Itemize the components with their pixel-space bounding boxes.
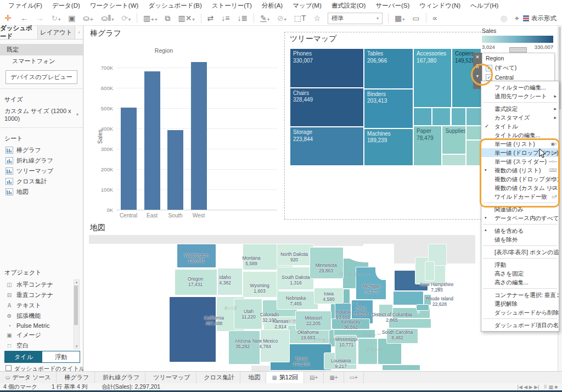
context-menu-item[interactable]: ✓ タイトル ▸ [481, 122, 559, 131]
context-menu-item[interactable]: 値を除外 ▸ [481, 235, 559, 244]
card-drag-handle[interactable] [509, 47, 527, 53]
float-button[interactable]: 浮動 [42, 351, 80, 362]
context-menu-item[interactable]: ワイルドカード一致 ▭* ▸ [481, 192, 559, 201]
sheet-tab[interactable]: 地図 [240, 372, 266, 383]
new-datasource-icon[interactable]: ⛀₊ [80, 14, 98, 23]
treemap-cell[interactable]: Binders 203,413 [364, 89, 413, 128]
context-menu-item[interactable]: 書式設定 ▸ [481, 104, 559, 113]
map-state[interactable] [382, 365, 420, 371]
sheet-list-item[interactable]: ✓ ツリーマップ [0, 166, 83, 176]
context-menu-item[interactable]: ▸ [481, 201, 559, 205]
sheet-list-item[interactable]: ✓ 折れ線グラフ [0, 155, 83, 166]
forward-icon[interactable]: → [32, 14, 48, 23]
checkbox-icon[interactable]: ✓ [486, 65, 492, 71]
highlight-icon[interactable]: ✎▾ [256, 14, 273, 23]
close-icon[interactable]: ✕ [473, 53, 482, 62]
context-menu-item[interactable]: 適用先ワークシート ▸ [481, 92, 559, 100]
object-item[interactable]: ▣ イメージ [0, 330, 71, 340]
map-state[interactable] [417, 311, 420, 313]
context-menu-item[interactable]: タイトルの編集... ▸ [481, 131, 559, 139]
treemap-cell[interactable]: Paper 78,479 [413, 126, 442, 166]
new-sheet-button[interactable]: ▤+ [304, 372, 324, 383]
treemap-cell[interactable]: Chairs 328,449 [290, 88, 364, 127]
sheet-list-item[interactable]: ✓ 棒グラフ [0, 145, 83, 155]
context-menu-item[interactable]: • 値を含める ▸ [481, 226, 559, 235]
context-menu-item[interactable]: ダッシュボード項目の名前変更... ▸ [481, 321, 559, 329]
menu-item[interactable]: ストーリー(T) [207, 1, 257, 11]
context-menu-item[interactable]: 高さを固定 ▸ [481, 269, 559, 278]
back-icon[interactable]: ← [17, 14, 32, 23]
menu-item[interactable]: サーバー(S) [370, 1, 414, 11]
objects-scrollbar[interactable]: ▲ ▼ [74, 279, 80, 349]
device-phone[interactable]: スマートフォン [0, 55, 83, 67]
context-menu-item[interactable]: [表示/非表示] ボタンの追加 ▸ [481, 248, 559, 256]
fix-axes-icon[interactable]: ☆ [310, 14, 325, 23]
object-item[interactable]: ◫ 水平コンテナ [0, 279, 71, 290]
treemap-cell[interactable]: Storage 223,844 [290, 127, 364, 166]
treemap-cell[interactable] [413, 108, 432, 126]
context-menu-item[interactable]: ダッシュボードから削除 ▸ [481, 308, 559, 317]
map-state[interactable] [169, 296, 216, 362]
context-menu-item[interactable]: ▸ [481, 244, 559, 248]
filter-menu-dropdown-icon[interactable]: ▼ [473, 71, 482, 81]
device-default[interactable]: 既定 [0, 44, 83, 55]
menu-item[interactable]: ワークシート(W) [85, 1, 144, 11]
object-item[interactable]: ⚙ 拡張機能 [0, 311, 71, 321]
context-menu-item[interactable]: フィルターの編集... ▸ [481, 83, 559, 92]
view-mode-buttons[interactable]: ⠿ ▦ ■ [543, 384, 558, 390]
context-menu-item[interactable]: 複数の値 (ドロップダウン) ▭☑ ▸ [481, 175, 559, 183]
sort-descending-icon[interactable]: ↓≣ [234, 14, 252, 23]
bar-mark-west[interactable] [191, 62, 207, 210]
collapse-pane-icon[interactable]: ‹ [75, 26, 83, 39]
map-state[interactable] [425, 261, 435, 281]
show-me-grid-icon[interactable]: ▦▾ [391, 14, 408, 23]
context-menu-item[interactable]: • データベース内のすべての値 ▸ [481, 214, 559, 222]
sheet-tab[interactable]: 棒グラフ [57, 372, 95, 383]
presentation-mode-icon[interactable]: ▭ [408, 14, 423, 23]
checkbox-icon[interactable]: ✓ [486, 74, 492, 81]
treemap-cell[interactable] [451, 108, 467, 126]
object-item[interactable]: □ 空白 [0, 340, 71, 351]
tab-nav-controls[interactable]: |◀ ◀ ▶ ▶| [518, 384, 539, 390]
sheet-tab[interactable]: クロス集計 [196, 372, 241, 383]
context-menu-item[interactable]: 単一値 (ドロップダウン) ▭▾ ▸ [481, 148, 559, 157]
new-worksheet-icon[interactable]: ▥₊▾ [139, 14, 161, 23]
treemap-cell[interactable] [466, 126, 481, 140]
context-menu-item[interactable]: 高さの編集... ▸ [481, 278, 559, 287]
show-me-icon[interactable] [523, 15, 529, 21]
treemap-cell[interactable]: Phones 330,007 [290, 48, 364, 88]
show-me-label[interactable]: 表示形式 [531, 14, 557, 23]
replay-icon[interactable]: ↻▾ [48, 14, 65, 23]
bar-mark-south[interactable] [167, 130, 183, 210]
treemap-cell[interactable] [442, 154, 466, 166]
treemap-cell[interactable]: Machines 189,239 [364, 128, 413, 166]
treemap-cell[interactable]: Accessories 167,380 [413, 48, 452, 108]
context-menu-item[interactable]: ▸ [481, 317, 559, 321]
share-icon[interactable]: ∝ [429, 14, 442, 23]
context-menu-item[interactable]: • 複数の値 (リスト) ☑☑ ▸ [481, 166, 559, 175]
pin-icon[interactable]: ⊼ [473, 62, 482, 71]
context-menu-item[interactable]: 複数の値 (カスタム リスト) ≡☑ ▸ [481, 183, 559, 192]
object-item[interactable]: ⊟ 垂直コンテナ [0, 290, 71, 300]
context-menu-item[interactable]: ▸ [481, 287, 559, 290]
show-title-checkbox[interactable] [5, 365, 12, 371]
fit-selector[interactable]: 標準▾ [328, 13, 383, 24]
treemap-cell[interactable] [432, 108, 451, 126]
sheet-tab[interactable]: ▦ 第12回 [266, 372, 304, 383]
context-menu-item[interactable]: ▸ [481, 222, 559, 226]
tab-layout[interactable]: レイアウト [38, 26, 76, 39]
menu-item[interactable]: 書式設定(O) [327, 1, 371, 11]
menu-item[interactable]: データ(D) [47, 1, 85, 11]
tooltip-help-icon[interactable]: ◎ [497, 14, 511, 23]
format-icon[interactable]: ⊘▾ [273, 14, 290, 23]
bar-mark-central[interactable] [121, 108, 137, 210]
swap-icon[interactable]: ⇄ [204, 14, 218, 23]
context-menu-item[interactable]: 浮動 ▸ [481, 260, 559, 269]
pause-updates-icon[interactable]: ⛀‖▾ [98, 14, 118, 23]
show-mark-labels-icon[interactable]: ⬚T [290, 14, 310, 23]
clear-sheet-icon[interactable]: ▥✕▾ [175, 14, 199, 23]
context-menu-item[interactable]: 関連値のみ ▸ [481, 205, 559, 214]
menu-item[interactable]: ダッシュボード(B) [143, 1, 206, 11]
context-menu-item[interactable]: 単一値 (リスト) ◉○ ▸ [481, 139, 559, 148]
sheet-tab[interactable]: 折れ線グラフ [95, 372, 145, 383]
